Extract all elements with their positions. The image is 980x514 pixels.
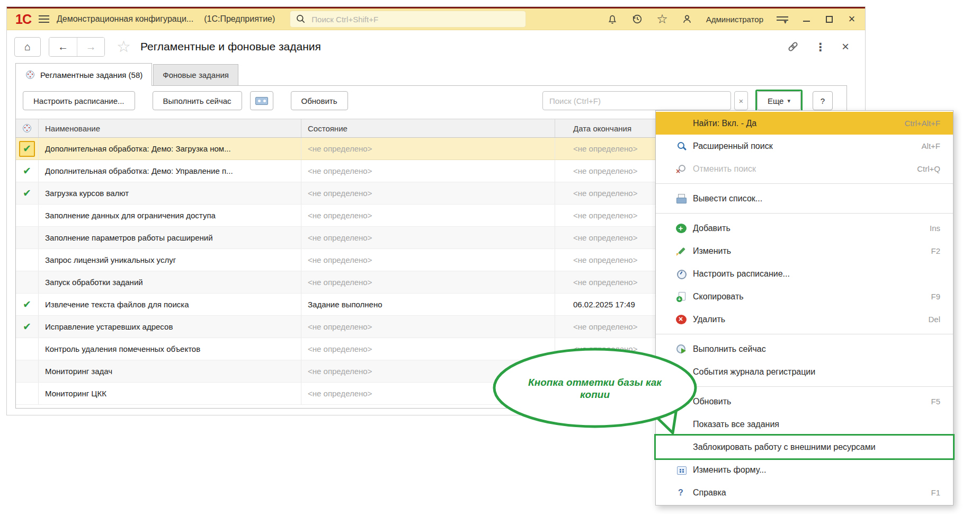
clear-search-button[interactable]: ×: [734, 91, 748, 110]
favorites-star-icon[interactable]: ☆: [656, 13, 668, 25]
history-icon[interactable]: [631, 13, 643, 25]
help-icon: [676, 488, 687, 498]
navbar-actions: ⋮ ×: [787, 40, 858, 53]
job-state-cell[interactable]: <не определено>: [301, 271, 555, 293]
job-state-cell[interactable]: <не определено>: [301, 205, 555, 226]
menu-item[interactable]: Заблокировать работу с внешними ресурсам…: [656, 436, 953, 458]
row-enabled-cell[interactable]: [16, 383, 38, 404]
get-link-icon[interactable]: [787, 41, 799, 52]
job-name-cell[interactable]: Дополнительная обработка: Демо: Загрузка…: [38, 138, 301, 159]
tab-label: Регламентные задания (58): [40, 70, 142, 79]
job-end-date-cell-text: <не определено>: [573, 278, 637, 287]
scheduled-jobs-column-icon: [22, 123, 32, 134]
job-state-cell-text: <не определено>: [308, 233, 372, 242]
job-name-cell[interactable]: Заполнение данных для ограничения доступ…: [38, 205, 301, 226]
enabled-check-icon: ✔: [23, 144, 31, 154]
job-state-cell[interactable]: <не определено>: [301, 249, 555, 271]
row-enabled-cell[interactable]: [16, 249, 38, 271]
row-enabled-cell[interactable]: [16, 338, 38, 360]
job-name-cell[interactable]: Исправление устаревших адресов: [38, 316, 301, 338]
tab-scheduled-jobs[interactable]: Регламентные задания (58): [15, 63, 152, 86]
row-enabled-cell[interactable]: [16, 360, 38, 382]
menu-separator: [656, 334, 953, 334]
job-state-cell-text: <не определено>: [308, 189, 372, 198]
menu-item[interactable]: ДобавитьIns: [656, 217, 953, 240]
window-close-button[interactable]: ×: [847, 14, 857, 24]
more-actions-kebab-icon[interactable]: ⋮: [815, 41, 826, 52]
column-header-state[interactable]: Состояние: [301, 119, 555, 137]
menu-item[interactable]: СкопироватьF9: [656, 285, 953, 308]
row-enabled-cell[interactable]: ✔: [16, 294, 38, 315]
menu-item[interactable]: Изменить форму...: [656, 458, 953, 481]
row-enabled-cell[interactable]: [16, 205, 38, 226]
form-close-button[interactable]: ×: [842, 40, 849, 53]
menu-item-label: Показать все задания: [693, 420, 779, 429]
menu-item[interactable]: Найти: Вкл. - ДаCtrl+Alt+F: [656, 112, 953, 135]
job-state-cell[interactable]: <не определено>: [301, 160, 555, 182]
app-title: Демонстрационная конфигураци...: [57, 14, 193, 24]
menu-item[interactable]: УдалитьDel: [656, 308, 953, 331]
row-enabled-cell[interactable]: [16, 271, 38, 293]
row-enabled-cell[interactable]: [16, 227, 38, 249]
menu-item-label: Изменить: [693, 246, 731, 256]
job-name-cell[interactable]: Запуск обработки заданий: [38, 271, 301, 293]
job-state-cell[interactable]: <не определено>: [301, 182, 555, 204]
menu-item[interactable]: Настроить расписание...: [656, 262, 953, 285]
job-name-cell[interactable]: Мониторинг задач: [38, 360, 301, 382]
menu-item-shortcut: F9: [920, 292, 940, 301]
job-end-date-cell-text: <не определено>: [573, 322, 637, 331]
configure-schedule-button[interactable]: Настроить расписание...: [23, 91, 135, 110]
back-button[interactable]: ←: [49, 38, 77, 56]
event-log-button[interactable]: [250, 91, 273, 110]
1c-logo: 1С: [15, 13, 31, 26]
job-name-cell[interactable]: Извлечение текста файлов для поиска: [38, 294, 301, 315]
job-name-cell[interactable]: Загрузка курсов валют: [38, 182, 301, 204]
job-name-cell-text: Заполнение параметров работы расширений: [45, 233, 213, 242]
forward-arrow-icon: →: [86, 41, 96, 53]
menu-item[interactable]: СправкаF1: [656, 481, 953, 504]
menu-item[interactable]: ИзменитьF2: [656, 240, 953, 262]
job-name-cell[interactable]: Дополнительная обработка: Демо: Управлен…: [38, 160, 301, 182]
menu-item[interactable]: Отменить поискCtrl+Q: [656, 157, 953, 180]
job-state-cell-text: <не определено>: [308, 389, 372, 398]
more-button[interactable]: Еще ▾: [757, 91, 801, 110]
row-enabled-cell[interactable]: ✔: [16, 160, 38, 182]
hamburger-menu-icon[interactable]: [39, 15, 49, 23]
row-enabled-cell[interactable]: ✔: [16, 316, 38, 338]
service-settings-icon[interactable]: [777, 15, 788, 23]
tab-background-jobs[interactable]: Фоновые задания: [153, 64, 238, 85]
job-name-cell[interactable]: Запрос лицензий уникальных услуг: [38, 249, 301, 271]
notifications-bell-icon[interactable]: [607, 13, 618, 25]
job-state-cell[interactable]: <не определено>: [301, 227, 555, 249]
job-state-cell[interactable]: <не определено>: [301, 138, 555, 159]
help-button[interactable]: ?: [813, 91, 833, 110]
menu-item-shortcut: Alt+F: [911, 141, 940, 150]
menu-item[interactable]: Вывести список...: [656, 187, 953, 210]
row-enabled-cell[interactable]: ✔: [16, 182, 38, 204]
maximize-button[interactable]: [824, 14, 834, 24]
global-search-input[interactable]: [310, 14, 520, 24]
list-search-input[interactable]: [542, 91, 731, 110]
current-user[interactable]: Администратор: [706, 15, 763, 24]
global-search[interactable]: [290, 11, 526, 28]
row-enabled-cell[interactable]: ✔: [16, 138, 38, 159]
job-state-cell[interactable]: <не определено>: [301, 316, 555, 338]
dropdown-caret-icon: ▾: [787, 98, 790, 104]
enabled-column-header[interactable]: [16, 119, 38, 137]
refresh-button[interactable]: Обновить: [291, 91, 348, 110]
focused-cell-box: ✔: [19, 141, 35, 157]
job-name-cell[interactable]: Заполнение параметров работы расширений: [38, 227, 301, 249]
job-name-cell[interactable]: Контроль удаления помеченных объектов: [38, 338, 301, 360]
minimize-button[interactable]: [801, 14, 811, 24]
column-header-name[interactable]: Наименование: [38, 119, 301, 137]
run-now-button[interactable]: Выполнить сейчас: [153, 91, 242, 110]
job-state-cell-text: <не определено>: [308, 211, 372, 220]
page-favorite-star-icon[interactable]: ☆: [117, 39, 131, 55]
user-icon[interactable]: [681, 13, 693, 25]
job-state-cell[interactable]: Задание выполнено: [301, 294, 555, 315]
home-button[interactable]: ⌂: [14, 37, 41, 57]
job-name-cell[interactable]: Мониторинг ЦКК: [38, 383, 301, 404]
titlebar: 1С Демонстрационная конфигураци... (1С:П…: [7, 7, 865, 30]
forward-button[interactable]: →: [77, 38, 104, 56]
menu-item[interactable]: Расширенный поискAlt+F: [656, 135, 953, 157]
